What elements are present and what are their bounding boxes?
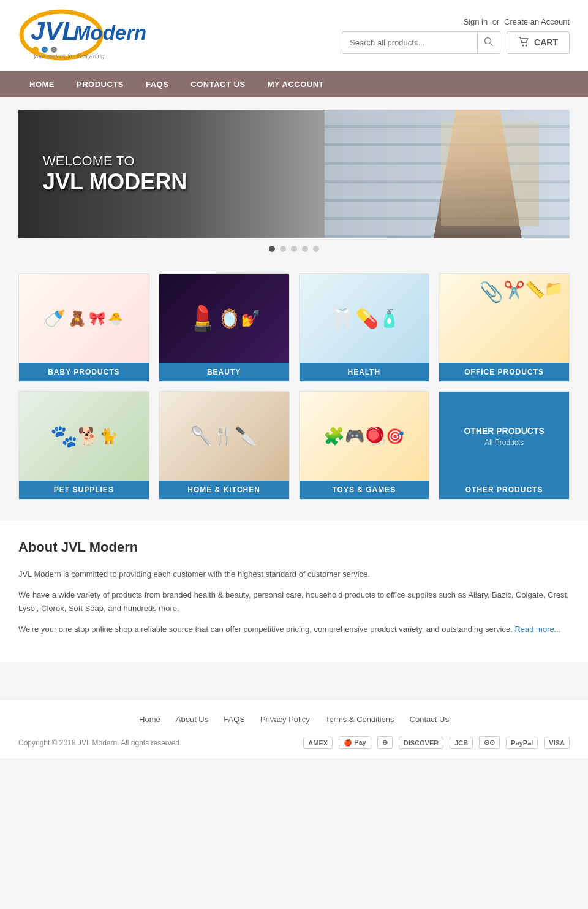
category-label-toys: TOYS & GAMES	[300, 481, 429, 499]
copyright-text: Copyright © 2018 JVL Modern. All rights …	[18, 739, 182, 747]
category-card-toys[interactable]: 🧩 🎮 🪀 🎯 TOYS & GAMES	[299, 391, 430, 500]
about-section: About JVL Modern JVL Modern is committed…	[0, 521, 588, 662]
category-img-home: 🥄 🍴 🔪	[159, 392, 289, 481]
hero-text: WELCOME TO JVL MODERN	[18, 135, 211, 213]
svg-text:your source for everything: your source for everything	[33, 53, 105, 59]
hero-dot-2[interactable]	[280, 246, 286, 252]
logo[interactable]: JVL Modern your source for everything	[18, 9, 159, 61]
payment-applepay: 🍎 Pay	[339, 736, 371, 749]
hero-welcome: WELCOME TO	[43, 153, 187, 169]
product-grid-row2: 🐾 🐕 🐈 PET SUPPLIES 🥄 🍴 🔪 HOME & KITCHEN …	[18, 391, 570, 500]
read-more-link[interactable]: Read more...	[514, 625, 560, 634]
footer-spacer	[0, 674, 588, 699]
nav-account[interactable]: MY ACCOUNT	[257, 71, 335, 97]
category-label-health: HEALTH	[300, 363, 429, 381]
main-nav: HOME PRODUCTS FAQS CONTACT US MY ACCOUNT	[0, 71, 588, 97]
category-img-toys: 🧩 🎮 🪀 🎯	[300, 392, 429, 481]
footer-link-terms[interactable]: Terms & Conditions	[325, 715, 394, 724]
hero-dots	[18, 246, 570, 252]
cart-svg-icon	[518, 37, 529, 47]
svg-text:JVL: JVL	[31, 17, 78, 45]
footer-link-privacy[interactable]: Privacy Policy	[260, 715, 310, 724]
svg-point-7	[485, 37, 491, 44]
footer-link-home[interactable]: Home	[139, 715, 160, 724]
header-top-right: Sign in or Create an Account	[342, 17, 570, 54]
create-account-link[interactable]: Create an Account	[504, 17, 570, 26]
search-input[interactable]	[342, 33, 477, 52]
category-card-beauty[interactable]: 💄 🪞 💅 BEAUTY	[159, 273, 290, 382]
hero-wrapper: WELCOME TO JVL MODERN	[0, 97, 588, 267]
sign-in-link[interactable]: Sign in	[463, 17, 488, 26]
category-card-office[interactable]: 📎 ✂️ 📏 📁 OFFICE PRODUCTS	[439, 273, 570, 382]
category-img-office: 📎 ✂️ 📏 📁	[439, 274, 569, 363]
about-paragraph-1: JVL Modern is committed to providing eac…	[18, 568, 570, 581]
about-paragraph-2: We have a wide variety of products from …	[18, 588, 570, 615]
search-icon	[484, 37, 494, 47]
hero-brand: JVL MODERN	[43, 169, 187, 195]
footer-links: Home About Us FAQS Privacy Policy Terms …	[18, 715, 570, 724]
category-card-home[interactable]: 🥄 🍴 🔪 HOME & KITCHEN	[159, 391, 290, 500]
other-products-title: OTHER PRODUCTS	[464, 426, 544, 436]
category-img-baby: 🍼 🧸 🎀 🐣	[19, 274, 149, 363]
payment-mastercard: ⊙⊙	[479, 736, 500, 749]
category-label-other: OTHER PRODUCTS	[439, 481, 569, 499]
product-grid-row1: 🍼 🧸 🎀 🐣 BABY PRODUCTS 💄 🪞 💅 BEAUTY 🦷 💊 🧴	[18, 273, 570, 382]
hero-dot-5[interactable]	[313, 246, 319, 252]
other-products-subtitle: All Products	[484, 438, 524, 447]
hero-shelf-items	[441, 122, 539, 226]
cart-button[interactable]: CART	[507, 31, 570, 54]
cart-label: CART	[534, 37, 558, 47]
category-img-pet: 🐾 🐕 🐈	[19, 392, 149, 481]
header: JVL Modern your source for everything Si…	[0, 0, 588, 71]
auth-separator: or	[492, 17, 500, 26]
hero-dot-3[interactable]	[291, 246, 297, 252]
hero-banner: WELCOME TO JVL MODERN	[18, 110, 570, 238]
category-label-pet: PET SUPPLIES	[19, 481, 149, 499]
hero-dot-1[interactable]	[269, 246, 275, 252]
svg-point-9	[522, 44, 524, 46]
payment-diners: ⊕	[377, 736, 393, 749]
category-label-office: OFFICE PRODUCTS	[439, 363, 569, 381]
svg-line-8	[491, 43, 493, 45]
category-label-home: HOME & KITCHEN	[159, 481, 289, 499]
category-card-other[interactable]: OTHER PRODUCTS All Products OTHER PRODUC…	[439, 391, 570, 500]
svg-point-3	[32, 47, 39, 53]
payment-discover: DISCOVER	[399, 737, 443, 749]
svg-point-4	[42, 47, 48, 53]
footer: Home About Us FAQS Privacy Policy Terms …	[0, 699, 588, 758]
search-button[interactable]	[477, 32, 500, 53]
payment-visa: VISA	[544, 737, 570, 749]
category-card-health[interactable]: 🦷 💊 🧴 HEALTH	[299, 273, 430, 382]
footer-link-faqs[interactable]: FAQS	[224, 715, 245, 724]
payment-paypal: PayPal	[506, 737, 538, 749]
footer-bottom: Copyright © 2018 JVL Modern. All rights …	[18, 736, 570, 749]
cart-icon	[518, 37, 529, 48]
category-label-beauty: BEAUTY	[159, 363, 289, 381]
footer-link-contact[interactable]: Contact Us	[410, 715, 449, 724]
svg-text:Modern: Modern	[74, 21, 146, 44]
products-section: 🍼 🧸 🎀 🐣 BABY PRODUCTS 💄 🪞 💅 BEAUTY 🦷 💊 🧴	[0, 267, 588, 521]
svg-point-10	[526, 44, 527, 46]
nav-contact[interactable]: CONTACT US	[179, 71, 256, 97]
nav-home[interactable]: HOME	[18, 71, 66, 97]
search-cart-area: CART	[342, 31, 570, 54]
payment-icons: AMEX 🍎 Pay ⊕ DISCOVER JCB ⊙⊙ PayPal VISA	[303, 736, 570, 749]
logo-svg: JVL Modern your source for everything	[18, 9, 159, 61]
search-box	[342, 31, 500, 54]
category-card-baby[interactable]: 🍼 🧸 🎀 🐣 BABY PRODUCTS	[18, 273, 149, 382]
category-card-pet[interactable]: 🐾 🐕 🐈 PET SUPPLIES	[18, 391, 149, 500]
payment-jcb: JCB	[450, 737, 473, 749]
auth-links: Sign in or Create an Account	[463, 17, 570, 26]
nav-faqs[interactable]: FAQS	[135, 71, 179, 97]
category-img-beauty: 💄 🪞 💅	[159, 274, 289, 363]
about-title: About JVL Modern	[18, 539, 570, 555]
svg-point-5	[51, 47, 57, 53]
nav-products[interactable]: PRODUCTS	[66, 71, 135, 97]
hero-dot-4[interactable]	[302, 246, 308, 252]
category-label-baby: BABY PRODUCTS	[19, 363, 149, 381]
about-paragraph-3: We're your one stop online shop a reliab…	[18, 623, 570, 636]
category-img-other: OTHER PRODUCTS All Products	[439, 392, 569, 481]
footer-link-about[interactable]: About Us	[176, 715, 208, 724]
category-img-health: 🦷 💊 🧴	[300, 274, 429, 363]
payment-amex: AMEX	[303, 737, 333, 749]
